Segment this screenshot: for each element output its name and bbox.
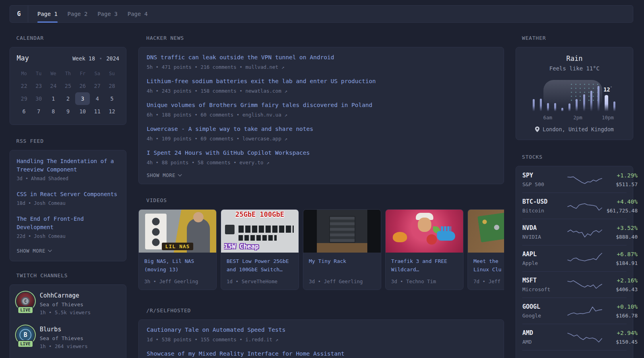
twitch-channel-blurbs[interactable]: B LIVE Blurbs Sea of Thieves 1h • 264 vi… bbox=[17, 325, 119, 350]
weather-bar bbox=[568, 103, 570, 112]
twitch-widget: C LIVE CohhCarnage Sea of Thieves 1h • 5… bbox=[10, 284, 126, 358]
hn-item-title[interactable]: Lithium-free sodium batteries exit the l… bbox=[147, 77, 496, 86]
weather-heading: WEATHER bbox=[522, 35, 633, 41]
video-meta: 3d • Jeff Geerling bbox=[309, 278, 375, 284]
calendar-day: 10 bbox=[75, 105, 90, 118]
hn-item-title[interactable]: Lowercase - A simple way to take and sha… bbox=[147, 125, 496, 133]
rss-item-title[interactable]: CSS in React Server Components bbox=[17, 190, 119, 198]
weather-bars bbox=[533, 79, 615, 111]
calendar-day: 28 bbox=[105, 80, 119, 92]
degree-symbol: ° bbox=[610, 86, 612, 90]
page-tabs: Page 1 Page 2 Page 3 Page 4 bbox=[28, 6, 147, 22]
hn-item: I Spent 24 Hours with GitHub Copilot Wor… bbox=[147, 148, 496, 166]
video-thumbnail[interactable] bbox=[386, 210, 463, 253]
stock-row-rddt[interactable]: RDDT -1.65% bbox=[522, 350, 627, 358]
rss-show-more-button[interactable]: SHOW MORE bbox=[17, 248, 119, 254]
weather-bar bbox=[590, 91, 592, 111]
tab-page-1[interactable]: Page 1 bbox=[37, 6, 58, 22]
video-card-big-nas[interactable]: LIL NAS Big NAS, Lil NAS(moving 13) 3h •… bbox=[138, 209, 217, 290]
left-column: CALENDAR May Week 18 • 2024 Mo Tu We Th … bbox=[10, 35, 126, 358]
video-thumbnail[interactable] bbox=[303, 210, 381, 253]
channel-name[interactable]: Blurbs bbox=[40, 325, 87, 334]
calendar-day: 26 bbox=[75, 80, 90, 92]
videos-heading: VIDEOS bbox=[146, 197, 504, 203]
avatar: B LIVE bbox=[17, 326, 34, 344]
day-header: Tu bbox=[31, 71, 46, 76]
right-column: WEATHER Rain Feels like 11°C 12° 6am2pm1… bbox=[516, 35, 633, 358]
app-logo[interactable]: G bbox=[10, 6, 28, 22]
weather-bar bbox=[554, 103, 556, 111]
tab-page-3[interactable]: Page 3 bbox=[97, 6, 118, 22]
video-title[interactable]: Meet theLinux Clu bbox=[473, 257, 504, 274]
calendar-day: 1 bbox=[46, 92, 61, 105]
hn-item-title[interactable]: Unique volumes of Brothers Grimm fairy t… bbox=[147, 101, 496, 109]
video-thumbnail[interactable]: FAS bbox=[468, 210, 504, 253]
video-card-tiny-rack[interactable]: My Tiny Rack 3d • Jeff Geerling bbox=[303, 209, 381, 290]
calendar-day: 29 bbox=[17, 92, 31, 105]
weather-bar bbox=[533, 99, 535, 111]
channel-game: Sea of Thieves bbox=[40, 301, 91, 308]
tab-page-2[interactable]: Page 2 bbox=[68, 6, 88, 22]
stock-sparkline bbox=[567, 356, 603, 358]
weather-bar bbox=[547, 103, 549, 111]
stock-sparkline bbox=[567, 225, 603, 239]
stock-row-btc-usd[interactable]: BTC-USD Bitcoin +4.40% $61,725.48 bbox=[522, 193, 627, 219]
channel-name[interactable]: CohhCarnage bbox=[40, 292, 91, 300]
reddit-item-title[interactable]: Cautionary Tale on Automated Speed Tests bbox=[147, 325, 496, 334]
video-title[interactable]: Big NAS, Lil NAS(moving 13) bbox=[144, 257, 211, 274]
video-card-linux-cluster[interactable]: FAS Meet theLinux Clu 7d • Jeff bbox=[467, 209, 504, 290]
stocks-widget: SPY S&P 500 +1.29% $511.57 BTC-USD Bitco… bbox=[516, 166, 633, 358]
stock-row-aapl[interactable]: AAPL Apple +6.87% $184.91 bbox=[522, 245, 627, 271]
calendar-day: 23 bbox=[31, 80, 46, 92]
stock-change: +4.40% bbox=[603, 197, 638, 206]
show-more-label: SHOW MORE bbox=[17, 248, 45, 254]
hn-item-title[interactable]: DNS traffic can leak outside the VPN tun… bbox=[147, 53, 496, 62]
twitch-channel-cohhcarnage[interactable]: C LIVE CohhCarnage Sea of Thieves 1h • 5… bbox=[17, 292, 119, 316]
stock-row-googl[interactable]: GOOGL Google +0.10% $166.78 bbox=[522, 298, 627, 324]
weather-bar bbox=[561, 108, 563, 111]
video-title[interactable]: Traefik 3 and FREEWildcard… bbox=[391, 257, 458, 274]
calendar-grid: 222324252627282930123456789101112 bbox=[17, 80, 119, 118]
rss-item-meta: 3d • Ahmad Shadeed bbox=[17, 175, 119, 182]
switch-ports-graphic bbox=[239, 226, 294, 233]
video-meta: 7d • Jeff bbox=[473, 278, 504, 284]
video-title[interactable]: BEST Low Power 25GbEand 100GbE Switch… bbox=[227, 257, 293, 274]
stock-name: S&P 500 bbox=[522, 181, 567, 188]
stock-row-amd[interactable]: AMD AMD +2.94% $150.45 bbox=[522, 324, 627, 350]
stock-row-msft[interactable]: MSFT Microsoft +2.16% $406.43 bbox=[522, 271, 627, 298]
selfhosted-widget: Cautionary Tale on Automated Speed Tests… bbox=[138, 319, 504, 358]
calendar-day: 4 bbox=[90, 92, 105, 105]
reddit-item-title[interactable]: Showcase of my Mixed Reality Interface f… bbox=[147, 349, 496, 358]
reddit-item-meta: 1d • 538 points • 155 comments • i.redd.… bbox=[147, 336, 496, 343]
calendar-day: 2 bbox=[61, 92, 76, 105]
hn-item-title[interactable]: I Spent 24 Hours with GitHub Copilot Wor… bbox=[147, 148, 496, 157]
video-title[interactable]: My Tiny Rack bbox=[309, 257, 375, 265]
live-badge: LIVE bbox=[17, 306, 33, 314]
hn-item: Lithium-free sodium batteries exit the l… bbox=[147, 77, 496, 94]
tab-page-4[interactable]: Page 4 bbox=[128, 6, 148, 22]
video-card-traefik[interactable]: Traefik 3 and FREEWildcard… 3d • Techno … bbox=[385, 209, 464, 290]
thumbnail-text: 15W Cheap bbox=[224, 243, 259, 250]
stock-name: AMD bbox=[522, 338, 567, 346]
top-nav: G Page 1 Page 2 Page 3 Page 4 bbox=[10, 5, 633, 23]
thumbnail-text: 25GbE 100GbE bbox=[221, 210, 299, 218]
hn-item-meta: 4h • 109 points • 69 comments • lowercas… bbox=[147, 135, 496, 142]
video-card-switch[interactable]: 25GbE 100GbE 15W Cheap BEST Low Power 25… bbox=[221, 209, 299, 290]
rss-item-title[interactable]: Handling The Indentation of a Treeview C… bbox=[17, 157, 119, 174]
rss-item: CSS in React Server Components 18d • Jos… bbox=[17, 190, 119, 207]
stock-sparkline bbox=[567, 278, 603, 292]
stock-row-nvda[interactable]: NVDA NVIDIA +3.52% $888.40 bbox=[522, 219, 627, 245]
stock-symbol: GOOGL bbox=[522, 302, 567, 311]
stock-row-spy[interactable]: SPY S&P 500 +1.29% $511.57 bbox=[522, 166, 627, 193]
stock-name: Microsoft bbox=[522, 286, 567, 293]
rss-item-title[interactable]: The End of Front-End Development bbox=[17, 215, 119, 232]
stock-name: Apple bbox=[522, 259, 567, 267]
thumbnail-text: LIL NAS bbox=[162, 243, 194, 250]
stock-symbol: AMD bbox=[522, 329, 567, 337]
video-thumbnail[interactable]: LIL NAS bbox=[139, 210, 216, 253]
hn-show-more-button[interactable]: SHOW MORE bbox=[147, 172, 496, 178]
hn-item: Unique volumes of Brothers Grimm fairy t… bbox=[147, 101, 496, 118]
weather-feels-like: Feels like 11°C bbox=[522, 65, 627, 72]
stocks-heading: STOCKS bbox=[522, 154, 633, 160]
video-thumbnail[interactable]: 25GbE 100GbE 15W Cheap bbox=[221, 210, 299, 253]
